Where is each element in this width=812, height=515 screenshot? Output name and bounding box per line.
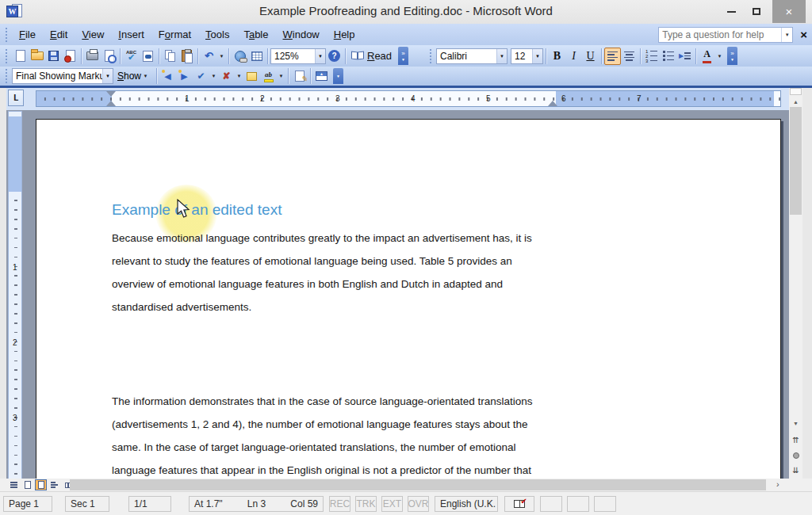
menu-format[interactable]: Format bbox=[151, 26, 198, 43]
print-icon[interactable] bbox=[84, 48, 101, 65]
font-color-dropdown-icon[interactable]: ▼ bbox=[715, 54, 724, 59]
permission-icon[interactable] bbox=[62, 48, 79, 65]
outline-view-icon[interactable] bbox=[48, 479, 60, 490]
research-icon[interactable] bbox=[140, 48, 156, 65]
menu-help[interactable]: Help bbox=[327, 26, 362, 43]
previous-change-icon[interactable]: ◀ bbox=[159, 67, 176, 85]
toolbar-options-icon[interactable]: »▼ bbox=[398, 47, 408, 65]
print-layout-view-icon[interactable] bbox=[35, 479, 47, 490]
insert-table-icon[interactable] bbox=[248, 48, 265, 65]
menu-tools[interactable]: Tools bbox=[198, 26, 236, 43]
web-layout-view-icon[interactable] bbox=[21, 479, 33, 490]
menu-view[interactable]: View bbox=[75, 26, 111, 43]
vertical-scrollbar[interactable]: ▲ ▼ ⇈ ⇊ bbox=[789, 88, 802, 479]
font-name-combobox[interactable]: Calibri ▼ bbox=[436, 48, 508, 64]
status-spellcheck[interactable] bbox=[504, 496, 534, 512]
bullets-icon[interactable] bbox=[660, 48, 676, 65]
status-trk[interactable]: TRK bbox=[355, 496, 377, 512]
ruler-number: 1 bbox=[13, 263, 17, 272]
hyperlink-icon[interactable] bbox=[232, 48, 248, 65]
highlight-dropdown-icon[interactable]: ▼ bbox=[277, 74, 285, 78]
next-change-icon[interactable]: ▶ bbox=[176, 67, 193, 85]
status-rec[interactable]: REC bbox=[329, 496, 350, 512]
copy-icon[interactable] bbox=[162, 48, 178, 65]
toolbar-grip[interactable] bbox=[5, 49, 9, 63]
ruler-number: 3 bbox=[13, 414, 17, 422]
reviewing-pane-icon[interactable] bbox=[313, 67, 330, 85]
chevron-down-icon[interactable]: ▼ bbox=[781, 28, 792, 42]
menu-edit[interactable]: Edit bbox=[43, 26, 75, 43]
scroll-down-icon[interactable]: ▼ bbox=[789, 417, 802, 429]
minimize-button[interactable] bbox=[718, 0, 744, 23]
italic-icon[interactable]: I bbox=[565, 48, 582, 65]
numbering-icon[interactable]: 123 bbox=[643, 48, 660, 65]
toolbar-options-icon[interactable]: ▼ bbox=[333, 68, 343, 84]
tab-selector[interactable]: L bbox=[8, 90, 24, 106]
bold-icon[interactable]: B bbox=[549, 48, 565, 65]
reject-change-icon[interactable]: ✘ bbox=[218, 67, 235, 85]
title-bar[interactable]: W Example Proofreading and Editing.doc -… bbox=[0, 0, 812, 24]
menu-table[interactable]: Table bbox=[236, 26, 275, 43]
vertical-scroll-thumb[interactable] bbox=[790, 107, 802, 215]
toolbar-options-icon[interactable]: »▼ bbox=[727, 47, 737, 65]
toolbar-row: ABC✔ ↶ ▼ 125% ▼ ? Read »▼ bbox=[0, 45, 812, 67]
status-ext[interactable]: EXT bbox=[381, 496, 403, 512]
right-indent-marker[interactable] bbox=[548, 101, 557, 106]
zoom-combobox[interactable]: 125% ▼ bbox=[270, 48, 326, 64]
help-search-box[interactable]: ▼ bbox=[658, 27, 793, 43]
print-preview-icon[interactable] bbox=[101, 48, 117, 65]
align-left-icon[interactable] bbox=[604, 48, 621, 65]
save-icon[interactable] bbox=[45, 48, 62, 65]
select-browse-object-icon[interactable] bbox=[789, 448, 802, 462]
status-at: At 1.7" bbox=[194, 498, 223, 509]
new-document-icon[interactable] bbox=[12, 48, 29, 65]
undo-icon[interactable]: ↶ bbox=[201, 48, 217, 65]
menu-window[interactable]: Window bbox=[276, 26, 327, 43]
display-for-review-combobox[interactable]: Final Showing Markup ▼ bbox=[12, 68, 113, 84]
font-size-combobox[interactable]: 12 ▼ bbox=[511, 48, 543, 64]
open-icon[interactable] bbox=[29, 48, 45, 65]
undo-dropdown-icon[interactable]: ▼ bbox=[217, 54, 226, 59]
accept-change-dropdown-icon[interactable]: ▼ bbox=[209, 74, 218, 78]
next-page-icon[interactable]: ⇊ bbox=[789, 464, 802, 477]
spelling-icon[interactable]: ABC✔ bbox=[123, 48, 140, 65]
help-search-input[interactable] bbox=[659, 29, 781, 40]
vertical-ruler[interactable]: 123 bbox=[8, 111, 22, 479]
status-language[interactable]: English (U.K. bbox=[435, 496, 498, 512]
toolbar-grip[interactable] bbox=[429, 49, 433, 63]
menu-file[interactable]: File bbox=[12, 26, 43, 43]
scroll-right-icon[interactable]: › bbox=[776, 479, 779, 489]
scroll-up-icon[interactable]: ▲ bbox=[789, 95, 802, 108]
paste-icon[interactable] bbox=[178, 48, 195, 65]
help-icon[interactable]: ? bbox=[326, 48, 343, 65]
underline-icon[interactable]: U bbox=[582, 48, 599, 65]
show-menu-button[interactable]: Show ▼ bbox=[113, 67, 154, 85]
toolbar-grip[interactable] bbox=[5, 28, 9, 42]
toolbar-grip[interactable] bbox=[5, 69, 9, 83]
first-line-indent-marker[interactable] bbox=[106, 91, 116, 97]
accept-change-icon[interactable]: ✔ bbox=[193, 67, 209, 85]
close-button[interactable]: × bbox=[772, 0, 806, 23]
track-changes-icon[interactable] bbox=[291, 67, 308, 85]
close-document-icon[interactable]: × bbox=[800, 28, 807, 41]
split-handle[interactable] bbox=[790, 88, 802, 95]
normal-view-icon[interactable] bbox=[8, 479, 20, 490]
reject-change-dropdown-icon[interactable]: ▼ bbox=[235, 74, 243, 78]
menu-insert[interactable]: Insert bbox=[111, 26, 151, 43]
align-center-icon[interactable] bbox=[621, 48, 638, 65]
status-ovr[interactable]: OVR bbox=[408, 496, 429, 512]
read-button[interactable]: Read bbox=[348, 48, 395, 65]
hanging-indent-marker[interactable] bbox=[106, 101, 116, 106]
horizontal-ruler[interactable]: 1234567 bbox=[36, 90, 781, 107]
document-page[interactable]: Example of an edited text Because emotio… bbox=[36, 119, 781, 479]
text-line: standardised advertisements. bbox=[112, 296, 619, 319]
horizontal-scroll-thumb[interactable] bbox=[70, 479, 766, 490]
font-color-icon[interactable]: A bbox=[699, 48, 715, 65]
status-empty-1 bbox=[540, 496, 562, 512]
maximize-button[interactable] bbox=[744, 0, 769, 23]
increase-indent-icon[interactable]: ▶ bbox=[676, 48, 693, 65]
highlight-icon[interactable]: ab bbox=[260, 67, 277, 85]
previous-page-icon[interactable]: ⇈ bbox=[789, 433, 802, 447]
insert-comment-icon[interactable] bbox=[243, 67, 260, 85]
horizontal-scroll-track[interactable] bbox=[70, 479, 774, 490]
